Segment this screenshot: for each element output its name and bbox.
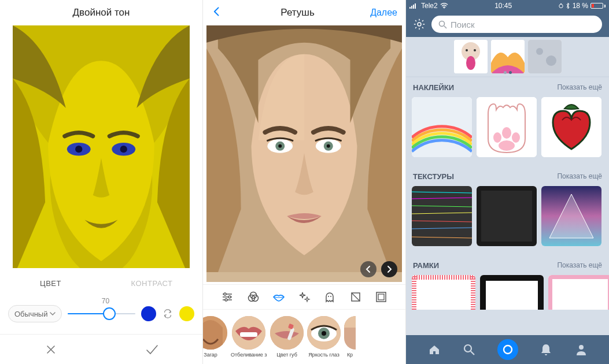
person-icon bbox=[575, 343, 587, 356]
preset-item[interactable]: Кр bbox=[344, 316, 356, 358]
color-a-swatch[interactable] bbox=[141, 306, 156, 321]
screen-title: Двойной тон bbox=[0, 0, 202, 25]
preset-label: Загар bbox=[204, 352, 217, 358]
svg-point-77 bbox=[504, 346, 512, 354]
section-title: НАКЛЕЙКИ bbox=[413, 83, 454, 92]
duotone-controls: Обычный 70 bbox=[0, 294, 202, 334]
search-input[interactable]: Поиск bbox=[431, 16, 602, 33]
duotone-preview[interactable] bbox=[13, 25, 190, 268]
section-title: ТЕКСТУРЫ bbox=[413, 172, 454, 181]
lips-icon[interactable] bbox=[272, 290, 286, 304]
chevron-down-icon bbox=[50, 311, 56, 317]
arrow-right-icon bbox=[385, 265, 393, 273]
intensity-slider[interactable]: 70 bbox=[68, 305, 135, 322]
show-more-button[interactable]: Показать ещё bbox=[557, 172, 602, 180]
slider-thumb[interactable] bbox=[103, 307, 116, 320]
section-header-stickers: НАКЛЕЙКИ Показать ещё bbox=[406, 77, 609, 97]
filter-square-icon[interactable] bbox=[349, 290, 363, 304]
settings-icon[interactable] bbox=[220, 290, 234, 304]
tab-search[interactable] bbox=[462, 343, 476, 356]
battery-icon bbox=[590, 3, 606, 9]
frame-tile[interactable] bbox=[480, 275, 544, 310]
duotone-screen: Двойной тон ЦВЕТ КОНТРАСТ Обычный bbox=[0, 0, 203, 364]
assets-content[interactable]: НАКЛЕЙКИ Показать ещё ТЕКСТУРЫ Показать … bbox=[406, 37, 609, 335]
preset-label: Кр bbox=[347, 352, 353, 358]
svg-rect-37 bbox=[413, 5, 414, 9]
frames-row[interactable] bbox=[406, 275, 609, 310]
rotation-lock-icon bbox=[559, 3, 563, 9]
preset-item[interactable]: Цвет губ bbox=[270, 316, 304, 358]
vignette-icon[interactable] bbox=[374, 290, 388, 304]
svg-point-39 bbox=[444, 8, 445, 9]
retouch-header: Ретушь Далее bbox=[203, 0, 405, 25]
carousel-thumb[interactable] bbox=[491, 40, 525, 73]
texture-tile[interactable] bbox=[541, 186, 601, 246]
blend-mode-select[interactable]: Обычный bbox=[8, 305, 62, 322]
settings-button[interactable] bbox=[413, 18, 426, 31]
carousel-thumb[interactable] bbox=[528, 40, 562, 73]
frame-tile[interactable] bbox=[412, 275, 475, 310]
check-icon bbox=[145, 343, 160, 356]
tab-color[interactable]: ЦВЕТ bbox=[0, 279, 101, 288]
section-header-frames: РАМКИ Показать ещё bbox=[406, 255, 609, 275]
svg-rect-36 bbox=[411, 6, 412, 9]
tab-notifications[interactable] bbox=[539, 343, 553, 356]
next-button[interactable]: Далее bbox=[370, 8, 397, 18]
frame-tile[interactable] bbox=[548, 275, 609, 310]
bottom-actions bbox=[0, 334, 202, 364]
color-b-swatch[interactable] bbox=[179, 306, 194, 321]
svg-point-33 bbox=[322, 331, 326, 336]
svg-point-50 bbox=[536, 48, 543, 55]
retouch-presets[interactable]: Загар Отбеливание зубов Цвет губ Яркость… bbox=[203, 310, 405, 364]
arrow-left-icon bbox=[364, 265, 372, 273]
preset-item[interactable]: Отбеливание зубов bbox=[231, 316, 267, 358]
svg-rect-49 bbox=[528, 40, 562, 73]
show-more-button[interactable]: Показать ещё bbox=[557, 83, 602, 91]
carrier-label: Tele2 bbox=[421, 2, 438, 10]
swap-colors-icon[interactable] bbox=[162, 308, 174, 320]
svg-point-14 bbox=[225, 299, 227, 301]
sparkle-icon[interactable] bbox=[297, 290, 311, 304]
texture-tile[interactable] bbox=[412, 186, 472, 246]
tab-contrast[interactable]: КОНТРАСТ bbox=[101, 279, 202, 288]
sticker-tile[interactable] bbox=[412, 97, 472, 157]
texture-tile[interactable] bbox=[477, 186, 537, 246]
svg-point-3 bbox=[75, 146, 82, 153]
gear-icon bbox=[413, 18, 426, 31]
ghost-icon[interactable] bbox=[323, 290, 337, 304]
carousel-thumb[interactable] bbox=[454, 40, 488, 73]
tab-create[interactable] bbox=[497, 339, 518, 360]
textures-row[interactable] bbox=[406, 186, 609, 255]
apply-button[interactable] bbox=[101, 335, 202, 364]
tab-home[interactable] bbox=[427, 343, 441, 356]
sticker-tile[interactable] bbox=[477, 97, 537, 157]
prev-face-button[interactable] bbox=[360, 261, 377, 277]
svg-rect-74 bbox=[548, 275, 609, 310]
featured-carousel[interactable] bbox=[406, 37, 609, 77]
circle-icon bbox=[502, 344, 514, 355]
preset-item[interactable]: Загар bbox=[203, 316, 227, 358]
carousel-dots bbox=[504, 71, 512, 74]
svg-rect-26 bbox=[240, 332, 257, 337]
preset-label: Цвет губ bbox=[276, 352, 297, 358]
back-button[interactable] bbox=[211, 6, 225, 20]
next-face-button[interactable] bbox=[381, 261, 397, 277]
svg-rect-34 bbox=[344, 316, 356, 328]
svg-point-42 bbox=[440, 21, 445, 26]
svg-point-45 bbox=[466, 56, 475, 70]
show-more-button[interactable]: Показать ещё bbox=[557, 261, 602, 269]
preset-item[interactable]: Яркость глаз bbox=[307, 316, 341, 358]
svg-point-13 bbox=[228, 296, 231, 298]
cancel-button[interactable] bbox=[0, 335, 101, 364]
preset-label: Отбеливание зубов bbox=[231, 352, 267, 358]
tab-profile[interactable] bbox=[574, 343, 588, 356]
svg-point-41 bbox=[418, 23, 421, 26]
svg-rect-35 bbox=[409, 7, 411, 9]
stickers-row[interactable] bbox=[406, 97, 609, 166]
retouch-preview[interactable] bbox=[206, 25, 402, 282]
rings-icon[interactable] bbox=[246, 290, 260, 304]
search-icon bbox=[438, 20, 447, 29]
svg-point-51 bbox=[546, 55, 556, 66]
sticker-tile[interactable] bbox=[541, 97, 601, 157]
wifi-icon bbox=[440, 3, 448, 9]
